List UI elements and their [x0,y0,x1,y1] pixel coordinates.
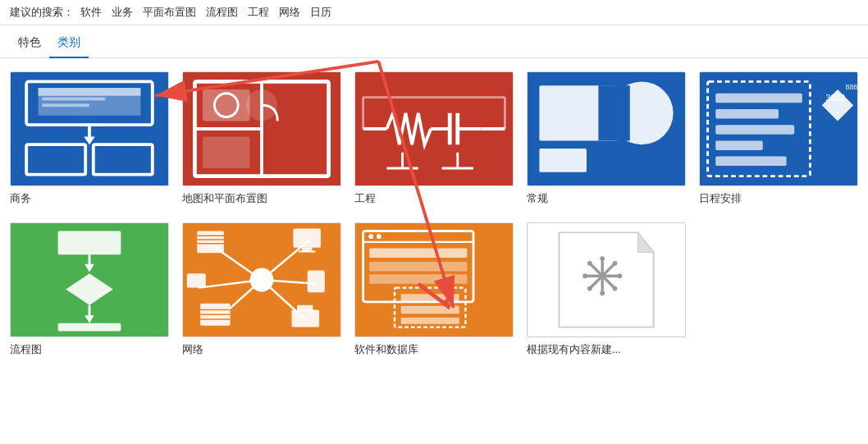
card-engineering-label: 工程 [354,191,376,206]
thumb-schedule: 3888 888 [699,71,858,186]
card-new-from-existing-label: 根据现有内容新建... [527,342,621,357]
main-content: 商务 [0,58,868,370]
svg-point-92 [600,291,605,295]
svg-point-13 [246,89,277,121]
svg-text:3888: 3888 [826,93,846,103]
card-software[interactable]: 软件和数据库 [354,222,514,357]
svg-point-95 [587,261,592,266]
thumb-engineering [354,71,514,186]
card-software-label: 软件和数据库 [354,342,418,357]
svg-rect-38 [715,125,794,135]
svg-rect-36 [715,94,802,103]
suggestion-label: 建议的搜索： [10,5,74,20]
svg-rect-61 [293,229,321,248]
card-flowchart[interactable]: 流程图 [10,222,169,357]
card-flowchart-label: 流程图 [10,342,42,357]
card-general[interactable]: 常规 [527,71,686,206]
card-network[interactable]: 网络 [182,222,341,357]
svg-rect-78 [369,274,467,284]
svg-marker-46 [66,273,113,304]
tab-featured[interactable]: 特色 [10,32,49,58]
svg-rect-66 [297,305,313,312]
svg-point-75 [377,234,381,239]
suggestion-日历[interactable]: 日历 [310,5,331,20]
svg-point-94 [617,273,622,278]
svg-point-93 [582,273,587,278]
svg-marker-48 [85,315,94,323]
svg-rect-37 [715,109,779,119]
card-schedule-label: 日程安排 [699,191,742,206]
svg-text:888: 888 [846,83,857,91]
thumb-general [527,71,686,186]
svg-rect-76 [369,249,467,259]
card-schedule[interactable]: 3888 888 日程安排 [699,71,858,206]
card-maps-label: 地图和平面布置图 [182,191,267,206]
svg-rect-5 [26,144,85,174]
thumb-business [10,71,169,186]
svg-rect-71 [187,273,206,287]
card-business[interactable]: 商务 [10,71,169,206]
card-new-from-existing[interactable]: 根据现有内容新建... [527,222,686,357]
card-maps[interactable]: 地图和平面布置图 [182,71,341,206]
svg-rect-32 [598,85,629,140]
tab-category[interactable]: 类别 [49,32,89,58]
svg-rect-77 [369,262,467,272]
suggestion-bar: 建议的搜索： 软件 业务 平面布置图 流程图 工程 网络 日历 [0,0,868,25]
svg-rect-40 [715,157,786,167]
svg-rect-9 [42,103,89,107]
suggestion-软件[interactable]: 软件 [80,5,102,20]
svg-rect-43 [58,231,121,254]
thumb-software [354,222,514,337]
suggestion-工程[interactable]: 工程 [248,5,269,20]
svg-rect-2 [39,88,141,96]
svg-point-98 [587,286,592,291]
card-general-label: 常规 [527,191,548,206]
suggestion-业务[interactable]: 业务 [112,5,133,20]
svg-rect-33 [539,149,587,172]
thumb-new [527,222,686,337]
svg-rect-65 [291,309,319,327]
template-grid: 商务 [10,71,858,357]
svg-rect-16 [203,137,250,168]
card-network-label: 网络 [182,342,203,357]
tab-bar: 特色 类别 [0,25,868,58]
suggestion-平面布置图[interactable]: 平面布置图 [143,5,196,20]
svg-rect-49 [58,323,121,332]
svg-rect-82 [401,318,459,324]
svg-rect-8 [42,98,105,101]
thumb-network [182,222,341,337]
svg-rect-57 [197,231,224,253]
svg-point-96 [613,286,618,291]
suggestion-links: 软件 业务 平面布置图 流程图 工程 网络 日历 [80,5,331,20]
card-engineering[interactable]: 工程 [354,71,514,206]
thumb-flowchart [10,222,169,337]
suggestion-流程图[interactable]: 流程图 [206,5,238,20]
svg-point-74 [368,234,373,239]
svg-rect-80 [401,294,459,302]
svg-rect-64 [308,270,325,292]
svg-rect-6 [94,144,153,174]
card-business-label: 商务 [10,191,31,206]
suggestion-网络[interactable]: 网络 [279,5,300,20]
svg-rect-81 [401,306,459,314]
svg-marker-45 [85,264,94,272]
svg-marker-86 [637,232,653,252]
svg-rect-39 [715,140,763,150]
svg-point-91 [600,256,605,261]
thumb-maps [182,71,341,186]
svg-point-97 [613,261,618,266]
